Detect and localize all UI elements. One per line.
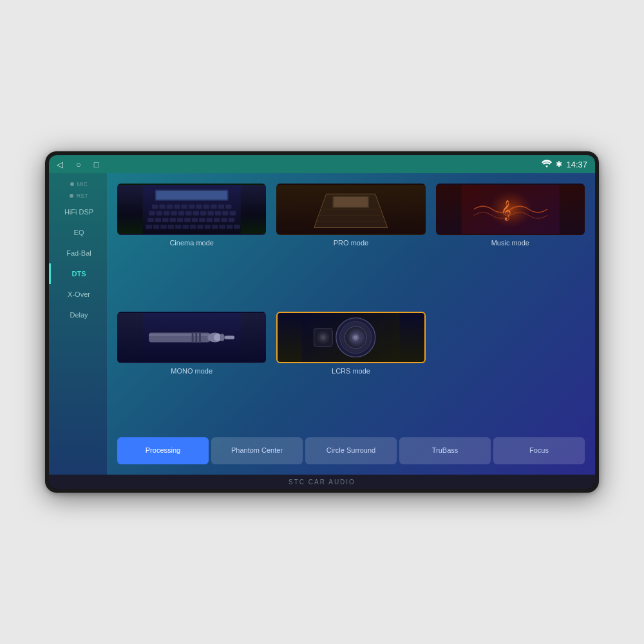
tab-trubass[interactable]: TruBass	[399, 437, 491, 464]
tab-processing[interactable]: Processing	[117, 437, 209, 464]
main-area: MIC RST HiFi DSP EQ Fad-Bal DTS	[49, 173, 595, 475]
mode-thumbnail-mono	[117, 312, 266, 363]
brand-text: STC CAR AUDIO	[289, 478, 355, 486]
content-area: Cinema mode	[107, 173, 595, 475]
mic-dot	[70, 182, 74, 186]
mode-item-music[interactable]: 𝄞 Music mode	[436, 184, 585, 301]
mode-label-cinema: Cinema mode	[169, 239, 213, 247]
svg-point-81	[354, 336, 358, 339]
mode-thumbnail-cinema	[117, 184, 266, 235]
svg-rect-22	[207, 211, 214, 216]
svg-rect-44	[190, 225, 196, 229]
svg-rect-5	[167, 204, 173, 209]
tab-phantom-center[interactable]: Phantom Center	[211, 437, 303, 464]
mode-item-lcrs[interactable]: LCRS mode	[276, 312, 425, 430]
svg-rect-43	[182, 225, 189, 229]
svg-rect-11	[211, 204, 217, 209]
svg-rect-61	[334, 197, 368, 207]
tab-circle-surround[interactable]: Circle Surround	[305, 437, 397, 464]
svg-rect-50	[234, 225, 240, 229]
svg-rect-40	[160, 225, 166, 229]
svg-rect-27	[155, 218, 162, 222]
svg-rect-39	[153, 225, 160, 229]
mode-item-mono[interactable]: MONO mode	[117, 312, 266, 430]
svg-rect-72	[192, 332, 194, 343]
tab-focus[interactable]: Focus	[493, 437, 585, 464]
status-bar: ◁ ○ □ ✱ 14:37	[49, 155, 595, 173]
svg-rect-4	[159, 204, 166, 209]
svg-rect-42	[175, 225, 182, 229]
mode-thumbnail-pro	[276, 184, 425, 235]
svg-rect-28	[162, 218, 169, 222]
sidebar-item-x-over[interactable]: X-Over	[49, 284, 107, 305]
mode-thumbnail-lcrs	[276, 312, 425, 363]
rst-dot	[70, 194, 73, 198]
bluetooth-icon: ✱	[556, 160, 562, 169]
status-icons: ✱ 14:37	[542, 160, 587, 169]
wifi-icon	[542, 160, 552, 169]
sidebar-item-eq[interactable]: EQ	[49, 222, 107, 243]
svg-rect-2	[156, 191, 227, 200]
recent-button[interactable]: □	[94, 160, 99, 169]
svg-rect-12	[218, 204, 225, 209]
svg-rect-13	[225, 204, 232, 209]
mode-label-pro: PRO mode	[334, 239, 368, 247]
svg-rect-32	[192, 218, 198, 222]
svg-rect-3	[152, 204, 158, 209]
svg-rect-31	[184, 218, 191, 222]
svg-rect-38	[146, 225, 152, 229]
svg-rect-49	[227, 225, 233, 229]
nav-buttons: ◁ ○ □	[57, 160, 99, 169]
device-screen: ◁ ○ □ ✱ 14:37	[49, 155, 595, 489]
svg-rect-45	[197, 225, 204, 229]
svg-rect-47	[212, 225, 218, 229]
svg-rect-46	[205, 225, 211, 229]
svg-rect-16	[164, 211, 169, 216]
svg-rect-10	[204, 204, 210, 209]
mode-label-mono: MONO mode	[171, 367, 213, 375]
svg-rect-74	[199, 332, 201, 343]
back-button[interactable]: ◁	[57, 160, 63, 169]
sidebar-item-dts[interactable]: DTS	[49, 263, 107, 284]
modes-grid: Cinema mode	[117, 184, 585, 430]
svg-rect-19	[185, 211, 192, 216]
svg-rect-48	[219, 225, 225, 229]
sidebar-item-fad-bal[interactable]: Fad-Bal	[49, 243, 107, 263]
svg-rect-36	[221, 218, 227, 222]
device-body: ◁ ○ □ ✱ 14:37	[45, 151, 599, 493]
svg-point-87	[321, 336, 325, 339]
mode-item-pro[interactable]: PRO mode	[276, 184, 425, 301]
home-button[interactable]: ○	[76, 160, 81, 169]
sidebar-item-delay[interactable]: Delay	[49, 305, 107, 325]
sidebar-item-mic[interactable]: MIC	[49, 178, 107, 190]
svg-rect-9	[196, 204, 202, 209]
svg-rect-33	[199, 218, 205, 222]
svg-rect-73	[195, 332, 197, 343]
svg-rect-26	[147, 218, 154, 222]
svg-rect-25	[230, 211, 236, 216]
mode-label-music: Music mode	[491, 239, 529, 247]
mode-label-lcrs: LCRS mode	[332, 367, 370, 375]
svg-rect-30	[177, 218, 184, 222]
svg-rect-18	[178, 211, 185, 216]
mode-item-cinema[interactable]: Cinema mode	[117, 184, 266, 301]
mode-thumbnail-music: 𝄞	[436, 184, 585, 235]
time-display: 14:37	[566, 160, 587, 169]
sidebar-item-rst[interactable]: RST	[49, 190, 107, 202]
svg-rect-71	[225, 336, 234, 339]
svg-rect-23	[215, 211, 222, 216]
svg-rect-34	[206, 218, 213, 222]
svg-rect-7	[182, 204, 188, 209]
svg-point-70	[220, 334, 225, 341]
sidebar-item-hifi-dsp[interactable]: HiFi DSP	[49, 202, 107, 222]
svg-rect-24	[222, 211, 229, 216]
svg-rect-15	[156, 211, 163, 216]
svg-rect-37	[229, 218, 235, 222]
brand-bar: STC CAR AUDIO	[49, 475, 595, 489]
sidebar: MIC RST HiFi DSP EQ Fad-Bal DTS	[49, 173, 107, 475]
svg-rect-35	[214, 218, 220, 222]
svg-rect-20	[193, 211, 200, 216]
bottom-tabs: Processing Phantom Center Circle Surroun…	[117, 437, 585, 464]
svg-rect-14	[149, 211, 155, 216]
svg-rect-6	[174, 204, 180, 209]
